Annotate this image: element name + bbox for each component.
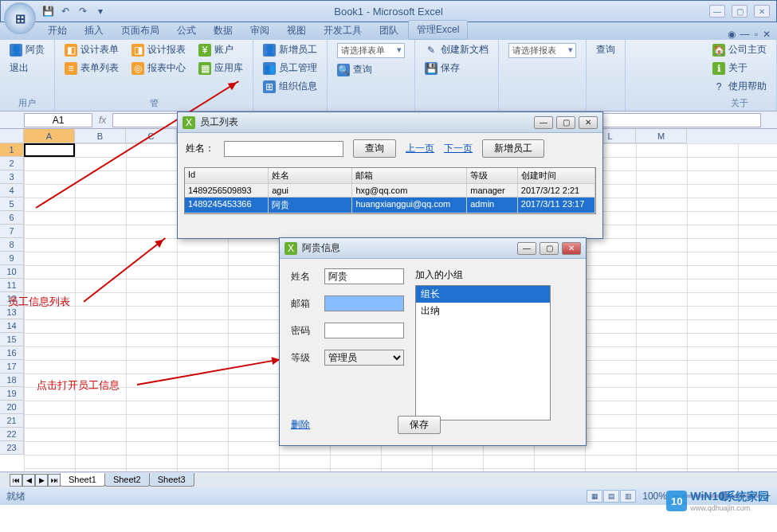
- level-select[interactable]: 管理员: [324, 350, 404, 366]
- tab-team[interactable]: 团队: [371, 22, 406, 40]
- table-row-selected[interactable]: 1489245453366 阿贵 huangxianggui@qq.com ad…: [185, 198, 595, 213]
- qat-dropdown-icon[interactable]: ▾: [93, 4, 108, 18]
- add-staff-button[interactable]: 新增员工: [482, 139, 544, 158]
- account-item[interactable]: ¥账户: [195, 41, 246, 58]
- row-header[interactable]: 5: [0, 198, 24, 211]
- save-button[interactable]: 保存: [398, 416, 441, 434]
- sheet-tab-2[interactable]: Sheet2: [104, 473, 150, 487]
- minimize-button[interactable]: —: [534, 116, 553, 129]
- dialog-titlebar[interactable]: X 阿贵信息 — ▢ ✕: [280, 238, 586, 259]
- column-header[interactable]: B: [75, 129, 126, 143]
- redo-icon[interactable]: ↷: [76, 4, 90, 18]
- row-header[interactable]: 4: [0, 184, 24, 198]
- close-button[interactable]: ✕: [562, 242, 581, 255]
- close-button[interactable]: ✕: [754, 5, 770, 18]
- exit-item[interactable]: 退出: [6, 60, 48, 76]
- col-name[interactable]: 姓名: [269, 168, 352, 183]
- help-icon[interactable]: ◉: [728, 29, 736, 40]
- search-item[interactable]: 查询: [593, 41, 618, 58]
- row-header[interactable]: 15: [0, 333, 24, 346]
- prev-link[interactable]: 上一页: [406, 142, 434, 155]
- name-input[interactable]: [224, 141, 343, 157]
- row-header[interactable]: 19: [0, 387, 24, 401]
- save-icon[interactable]: 💾: [41, 4, 55, 18]
- group-item[interactable]: 组长: [416, 286, 550, 303]
- maximize-button[interactable]: ▢: [556, 116, 575, 129]
- fx-icon[interactable]: fx: [92, 115, 112, 126]
- ribbon-close-icon[interactable]: ✕: [763, 29, 771, 40]
- col-time[interactable]: 创建时间: [518, 168, 595, 183]
- name-input[interactable]: [324, 268, 404, 284]
- group-list[interactable]: 组长 出纳: [415, 285, 551, 421]
- col-mail[interactable]: 邮箱: [352, 168, 467, 183]
- sheet-tab-1[interactable]: Sheet1: [60, 473, 105, 487]
- col-level[interactable]: 等级: [467, 168, 518, 183]
- column-header[interactable]: M: [636, 129, 687, 143]
- row-header[interactable]: 2: [0, 157, 24, 170]
- design-form-item[interactable]: ◧设计表单: [61, 41, 122, 58]
- row-header[interactable]: 9: [0, 252, 24, 265]
- tab-dev[interactable]: 开发工具: [316, 22, 370, 40]
- company-item[interactable]: 🏠公司主页: [709, 41, 770, 58]
- name-box[interactable]: A1: [24, 113, 92, 127]
- row-header[interactable]: 7: [0, 225, 24, 238]
- query-button[interactable]: 查询: [353, 139, 396, 158]
- maximize-button[interactable]: ▢: [540, 242, 559, 255]
- formlist-item[interactable]: ≡表单列表: [61, 60, 122, 76]
- normal-view-button[interactable]: ▦: [587, 490, 602, 503]
- manage-staff-item[interactable]: 👥员工管理: [260, 60, 320, 76]
- minimize-button[interactable]: —: [517, 242, 536, 255]
- query-item[interactable]: 🔍查询: [334, 61, 408, 78]
- row-header[interactable]: 22: [0, 428, 24, 441]
- tab-review[interactable]: 审阅: [242, 22, 277, 40]
- column-header[interactable]: A: [24, 129, 75, 143]
- tab-formula[interactable]: 公式: [169, 22, 204, 40]
- row-header[interactable]: 10: [0, 265, 24, 279]
- maximize-button[interactable]: ▢: [732, 5, 748, 18]
- row-header[interactable]: 20: [0, 401, 24, 414]
- form-select[interactable]: 请选择表单: [337, 43, 405, 58]
- row-header[interactable]: 23: [0, 441, 24, 455]
- select-all-corner[interactable]: [0, 129, 24, 143]
- about-item[interactable]: ℹ关于: [709, 60, 770, 76]
- dialog-titlebar[interactable]: X 员工列表 — ▢ ✕: [178, 112, 602, 133]
- row-header[interactable]: 21: [0, 414, 24, 428]
- row-header[interactable]: 8: [0, 238, 24, 252]
- add-staff-item[interactable]: 👤新增员工: [260, 41, 320, 58]
- table-row[interactable]: 1489256509893 agui hxg@qq.com manager 20…: [185, 184, 595, 198]
- row-header[interactable]: 3: [0, 170, 24, 184]
- row-header[interactable]: 14: [0, 319, 24, 333]
- design-report-item[interactable]: ◨设计报表: [128, 41, 189, 58]
- tab-view[interactable]: 视图: [279, 22, 314, 40]
- newdoc-item[interactable]: ✎创建新文档: [422, 41, 492, 58]
- row-header[interactable]: 17: [0, 360, 24, 374]
- office-button[interactable]: ⊞: [4, 2, 36, 34]
- next-sheet-button[interactable]: ▶: [35, 474, 48, 487]
- last-sheet-button[interactable]: ⏭: [48, 474, 61, 487]
- delete-link[interactable]: 删除: [291, 418, 310, 432]
- ribbon-restore-icon[interactable]: ▫: [755, 29, 758, 40]
- mail-input[interactable]: [324, 295, 404, 311]
- next-link[interactable]: 下一页: [444, 142, 473, 155]
- undo-icon[interactable]: ↶: [58, 4, 73, 18]
- report-center-item[interactable]: ◎报表中心: [128, 60, 189, 76]
- report-select[interactable]: 请选择报表: [508, 43, 576, 58]
- active-cell[interactable]: [24, 143, 75, 157]
- first-sheet-button[interactable]: ⏮: [10, 474, 22, 487]
- pagebreak-view-button[interactable]: ▥: [620, 490, 636, 503]
- user-name-item[interactable]: 👤阿贵: [6, 41, 48, 58]
- row-header[interactable]: 16: [0, 346, 24, 360]
- row-header[interactable]: 18: [0, 374, 24, 387]
- sheet-tab-3[interactable]: Sheet3: [149, 473, 194, 487]
- row-header[interactable]: 6: [0, 211, 24, 225]
- col-id[interactable]: Id: [185, 168, 269, 183]
- minimize-button[interactable]: —: [709, 5, 725, 18]
- row-header[interactable]: 1: [0, 143, 24, 157]
- save-item[interactable]: 💾保存: [422, 60, 492, 76]
- layout-view-button[interactable]: ▤: [603, 490, 619, 503]
- tab-manage-excel[interactable]: 管理Excel: [408, 20, 468, 40]
- close-button[interactable]: ✕: [579, 116, 598, 129]
- prev-sheet-button[interactable]: ◀: [22, 474, 35, 487]
- ribbon-minimize-icon[interactable]: —: [740, 29, 750, 40]
- tab-insert[interactable]: 插入: [77, 22, 112, 40]
